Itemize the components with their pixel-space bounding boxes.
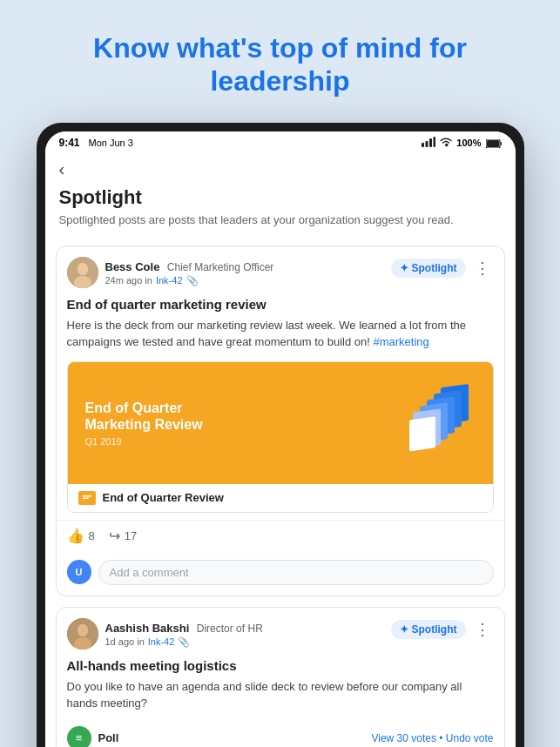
media-text-1: End of QuarterMarketing Review Q1 2019 [85, 400, 203, 447]
media-title-1: End of QuarterMarketing Review [85, 400, 203, 433]
device-frame: 9:41 Mon Jun 3 100% ‹ [37, 123, 524, 747]
author-name-1: Bess Cole [105, 260, 160, 273]
author-title-1: Chief Marketing Officer [167, 261, 274, 273]
svg-rect-6 [487, 140, 499, 147]
svg-rect-19 [83, 497, 89, 499]
commenter-avatar-1: U [67, 560, 91, 584]
svg-rect-16 [409, 416, 435, 451]
post-body-2: Do you like to have an agenda and slide … [57, 678, 504, 719]
page-title: Spotlight [45, 183, 516, 212]
attachment-icon-2: 📎 [178, 636, 190, 648]
author-info-1: Bess Cole Chief Marketing Officer 24m ag… [67, 257, 274, 288]
more-options-button-2[interactable]: ⋮ [471, 618, 494, 641]
share-icon: ↪ [109, 528, 120, 544]
spotlight-star-icon: ✦ [400, 262, 408, 274]
media-footer-1: End of Quarter Review [68, 484, 493, 512]
media-preview-1: End of QuarterMarketing Review Q1 2019 [68, 362, 493, 484]
back-button[interactable]: ‹ [59, 159, 65, 179]
author-details-1: Bess Cole Chief Marketing Officer 24m ag… [105, 259, 274, 286]
status-time: 9:41 Mon Jun 3 [59, 137, 133, 149]
svg-point-10 [78, 263, 88, 275]
thumbs-up-icon: 👍 [67, 528, 84, 544]
device-screen: 9:41 Mon Jun 3 100% ‹ [45, 131, 516, 747]
poll-action[interactable]: View 30 votes • Undo vote [371, 732, 493, 744]
share-reaction-1[interactable]: ↪ 17 [109, 528, 137, 544]
comment-section-1: U Add a comment [57, 553, 504, 596]
page-subtitle: Spotlighted posts are posts that leaders… [45, 212, 516, 239]
post-body-1: Here is the deck from our marketing revi… [57, 317, 504, 358]
channel-link-1[interactable]: Ink-42 [156, 275, 183, 286]
post-card-1: Bess Cole Chief Marketing Officer 24m ag… [56, 246, 505, 596]
post-meta-1: 24m ago in Ink-42 📎 [105, 275, 274, 286]
svg-point-23 [78, 624, 88, 636]
spotlight-button-1[interactable]: ✦ Spotlight [391, 259, 466, 278]
app-content: ‹ Spotlight Spotlighted posts are posts … [45, 152, 516, 747]
svg-rect-2 [429, 138, 432, 147]
post-header-2: Aashish Bakshi Director of HR 1d ago in … [57, 608, 504, 655]
poll-section: ≡ Poll View 30 votes • Undo vote [57, 719, 504, 747]
post-title-2: All-hands meeting logistics [57, 655, 504, 678]
hero-title: Know what's top of mind for leadership [0, 0, 560, 123]
comment-input-1[interactable]: Add a comment [98, 560, 494, 585]
hashtag-marketing[interactable]: #marketing [373, 335, 428, 348]
media-subtitle-1: Q1 2019 [85, 436, 203, 447]
likes-count-1: 8 [89, 529, 95, 542]
author-name-row-2: Aashish Bakshi Director of HR [105, 620, 263, 636]
status-icons: 100% [422, 137, 501, 149]
post-reactions-1: 👍 8 ↪ 17 [57, 520, 504, 553]
more-options-button-1[interactable]: ⋮ [471, 257, 494, 279]
channel-link-2[interactable]: Ink-42 [148, 636, 175, 647]
poll-label: Poll [98, 731, 119, 744]
post-card-2: Aashish Bakshi Director of HR 1d ago in … [56, 607, 505, 747]
avatar-aashish [67, 618, 98, 649]
author-name-row-1: Bess Cole Chief Marketing Officer [105, 259, 274, 274]
poll-left: ≡ Poll [67, 726, 119, 747]
post-meta-2: 1d ago in Ink-42 📎 [105, 636, 263, 648]
svg-rect-5 [500, 142, 502, 145]
author-name-2: Aashish Bakshi [105, 622, 190, 635]
shares-count-1: 17 [125, 529, 137, 542]
post-actions-2: ✦ Spotlight ⋮ [391, 618, 494, 641]
post-actions-1: ✦ Spotlight ⋮ [391, 257, 494, 279]
wifi-icon [439, 137, 453, 149]
svg-rect-0 [422, 143, 424, 147]
svg-rect-3 [434, 137, 436, 147]
nav-bar: ‹ [45, 152, 516, 183]
svg-rect-18 [83, 495, 91, 497]
spotlight-button-2[interactable]: ✦ Spotlight [391, 620, 466, 639]
author-details-2: Aashish Bakshi Director of HR 1d ago in … [105, 620, 263, 648]
author-info-2: Aashish Bakshi Director of HR 1d ago in … [67, 618, 263, 649]
battery-icon: 100% [456, 138, 501, 148]
media-link-label: End of Quarter Review [103, 491, 224, 504]
svg-rect-1 [426, 141, 428, 147]
author-title-2: Director of HR [197, 622, 263, 635]
post-title-1: End of quarter marketing review [57, 293, 504, 317]
status-bar: 9:41 Mon Jun 3 100% [45, 131, 516, 152]
attachment-icon: 📎 [186, 275, 199, 286]
media-card-1[interactable]: End of QuarterMarketing Review Q1 2019 [67, 361, 494, 513]
post-header-1: Bess Cole Chief Marketing Officer 24m ag… [57, 246, 504, 293]
signal-icon [422, 137, 435, 149]
avatar-bess [67, 257, 98, 288]
spotlight-star-icon-2: ✦ [400, 623, 408, 636]
media-graphic [406, 384, 476, 462]
doc-icon [78, 491, 96, 505]
like-reaction-1[interactable]: 👍 8 [67, 528, 95, 544]
poll-icon: ≡ [67, 726, 91, 747]
